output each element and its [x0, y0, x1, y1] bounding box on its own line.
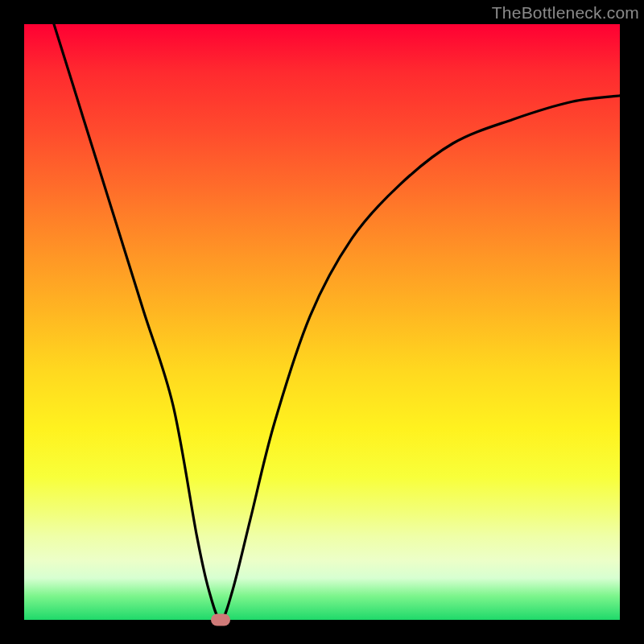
curve-path — [54, 24, 620, 620]
bottleneck-curve — [24, 24, 620, 620]
plot-area — [24, 24, 620, 620]
watermark-text: TheBottleneck.com — [492, 3, 639, 23]
optimal-marker — [211, 614, 230, 626]
chart-frame: TheBottleneck.com — [0, 0, 644, 644]
